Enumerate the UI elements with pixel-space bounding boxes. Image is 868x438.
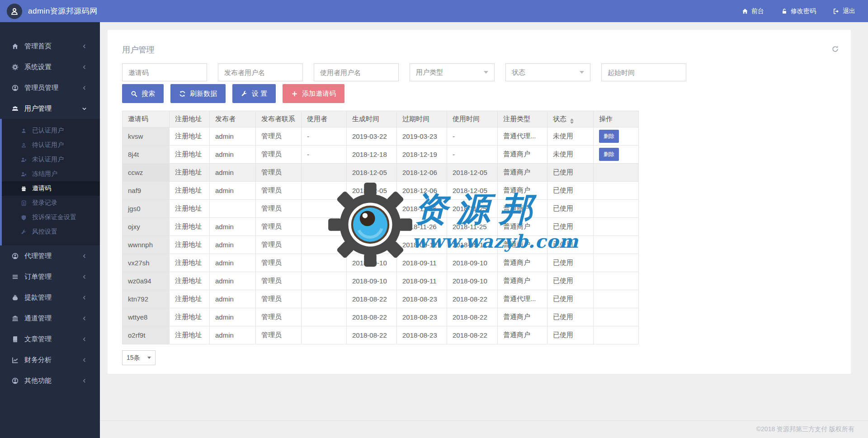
cell-expired: 2018-12-06 [397, 182, 447, 200]
topnav-icon [833, 8, 840, 14]
cell-reg-type: 普通商户 [498, 254, 547, 272]
topnav-icon [781, 8, 788, 14]
cell-reg-type: 普通商户 [498, 272, 547, 290]
sidebar-subitem-icon [21, 200, 27, 206]
cell-invite-code: naf9 [123, 182, 170, 200]
sidebar-item[interactable]: 其他功能 [0, 370, 100, 391]
sidebar-subitem-icon [21, 157, 27, 163]
chevron-icon [82, 65, 87, 70]
cell-status: 已使用 [547, 200, 594, 218]
cell-publisher: admin [210, 127, 256, 146]
cell-user [302, 254, 347, 272]
cell-invite-code: ktn792 [123, 290, 170, 308]
topnav-item[interactable]: 前台 [742, 7, 764, 15]
delete-button[interactable]: 删除 [599, 130, 619, 143]
sidebar-item[interactable]: 用户管理 [0, 98, 100, 119]
sidebar-subitem[interactable]: 已认证用户 [2, 123, 100, 138]
sidebar-subitem[interactable]: 登录记录 [2, 196, 100, 210]
cell-publisher-contact: 管理员 [256, 164, 302, 182]
sidebar-item-label: 财务分析 [24, 356, 82, 364]
sidebar-item[interactable]: 系统设置 [0, 57, 100, 77]
cell-status: 已使用 [547, 290, 594, 308]
cell-invite-code: jgs0 [123, 200, 170, 218]
search-icon [131, 90, 137, 97]
sidebar-item[interactable]: 财务分析 [0, 349, 100, 370]
sidebar-item[interactable]: 管理首页 [0, 36, 100, 57]
settings-button[interactable]: 设 置 [232, 84, 276, 103]
sidebar-subitem[interactable]: 风控设置 [2, 225, 100, 239]
cell-publisher: admin [210, 164, 256, 182]
cell-created: 2018-12-05 [347, 182, 397, 200]
cell-created: 2018-09-10 [347, 272, 397, 290]
sidebar-subitem[interactable]: 冻结用户 [2, 167, 100, 181]
cell-status: 已使用 [547, 254, 594, 272]
topnav-item[interactable]: 退出 [833, 7, 855, 15]
col-actions: 操作 [594, 111, 639, 127]
sidebar-item-icon [12, 105, 19, 112]
refresh-data-button[interactable]: 刷新数据 [170, 84, 226, 103]
search-button[interactable]: 搜索 [122, 84, 164, 103]
cell-actions [594, 164, 639, 182]
publisher-username-input[interactable] [218, 63, 303, 81]
cell-created: 2018-11-25 [347, 200, 397, 218]
cell-reg-address: 注册地址 [170, 182, 210, 200]
cell-reg-type: 普通商户 [498, 218, 547, 236]
cell-reg-type: 普通代理... [498, 127, 547, 146]
sidebar-subitem[interactable]: 投诉保证金设置 [2, 210, 100, 225]
cell-user [302, 218, 347, 236]
cell-expired: 2018-09-11 [397, 272, 447, 290]
caret-down-icon [484, 71, 488, 74]
status-select[interactable]: 状态 [505, 63, 590, 81]
table-row: kvsw 注册地址 admin 管理员 - 2019-03-22 2019-03… [123, 127, 639, 146]
sidebar-subitem[interactable]: 未认证用户 [2, 152, 100, 167]
sort-icon[interactable] [570, 118, 574, 124]
chevron-icon [82, 337, 87, 342]
table-row: wwnnph 注册地址 admin 管理员 2018-09-11 2018-09… [123, 236, 639, 254]
add-invite-code-button[interactable]: 添加邀请码 [283, 84, 344, 103]
start-time-input[interactable] [601, 63, 686, 81]
sidebar-subitem-label: 风控设置 [32, 228, 57, 236]
cell-invite-code: wttye8 [123, 308, 170, 326]
user-type-select[interactable]: 用户类型 [410, 63, 495, 81]
sidebar-item[interactable]: 文章管理 [0, 329, 100, 349]
plus-icon [291, 90, 298, 97]
cell-expired: 2018-08-23 [397, 308, 447, 326]
sidebar-item[interactable]: 管理员管理 [0, 77, 100, 98]
main-content: 用户管理 用户类型 状态 搜索 刷新数据 [100, 22, 868, 438]
chevron-icon [82, 378, 87, 383]
cell-created: 2018-11-25 [347, 218, 397, 236]
chevron-icon [82, 274, 87, 279]
cell-publisher-contact: 管理员 [256, 236, 302, 254]
sidebar-subitem-label: 投诉保证金设置 [32, 213, 76, 221]
col-status[interactable]: 状态 [547, 111, 594, 127]
caret-down-icon [147, 357, 151, 359]
cell-reg-type: 普通商户 [498, 182, 547, 200]
sidebar-subitem[interactable]: 邀请码 [2, 181, 100, 196]
sidebar-subitem[interactable]: 待认证用户 [2, 138, 100, 152]
sidebar-item[interactable]: 通道管理 [0, 308, 100, 329]
cell-actions [594, 200, 639, 218]
delete-button[interactable]: 删除 [599, 148, 619, 161]
cell-used: 2018-08-22 [447, 308, 498, 326]
topnav-item[interactable]: 修改密码 [781, 7, 816, 15]
table-row: ojxy 注册地址 admin 管理员 2018-11-25 2018-11-2… [123, 218, 639, 236]
reload-icon[interactable] [831, 45, 839, 53]
page-size-select[interactable]: 15条 [122, 350, 156, 365]
cell-actions [594, 254, 639, 272]
sidebar-item-label: 提款管理 [24, 293, 82, 302]
cell-user: - [302, 127, 347, 146]
sidebar-item[interactable]: 订单管理 [0, 266, 100, 287]
cell-expired: 2018-09-12 [397, 236, 447, 254]
user-username-input[interactable] [314, 63, 399, 81]
col-created: 生成时间 [347, 111, 397, 127]
cell-user [302, 272, 347, 290]
sidebar-item[interactable]: 代理管理 [0, 245, 100, 266]
cell-status: 已使用 [547, 326, 594, 344]
cell-reg-address: 注册地址 [170, 308, 210, 326]
sidebar-item[interactable]: 提款管理 [0, 287, 100, 308]
cell-user [302, 236, 347, 254]
table-header-row: 邀请码 注册地址 发布者 发布者联系 使用者 生成时间 过期时间 使用时间 注册… [123, 111, 639, 127]
cell-reg-address: 注册地址 [170, 218, 210, 236]
cell-expired: 2018-12-06 [397, 164, 447, 182]
invite-code-input[interactable] [122, 63, 207, 81]
